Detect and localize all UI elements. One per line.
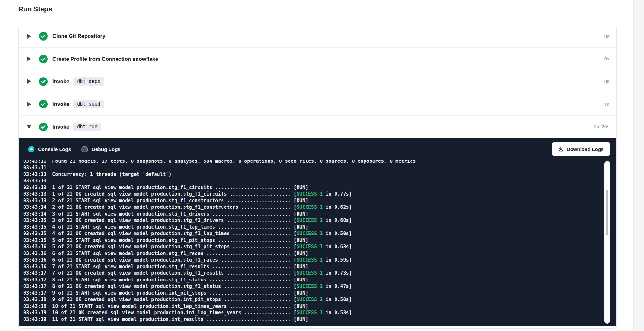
step-duration: 1s bbox=[604, 102, 609, 107]
log-timestamp: 03:43:15 bbox=[23, 217, 52, 223]
success-check-icon bbox=[39, 123, 48, 131]
log-timestamp: 03:43:18 bbox=[23, 303, 52, 309]
console-scrollbar-track[interactable] bbox=[604, 161, 610, 324]
log-message: 7 of 21 START sql view model production.… bbox=[52, 264, 308, 270]
log-message: 2 of 21 START sql view model production.… bbox=[52, 198, 308, 204]
radio-unselected-icon[interactable] bbox=[81, 146, 88, 152]
log-line: 03:43:13 Concurrency: 1 threads (target=… bbox=[23, 171, 616, 178]
log-timestamp: 03:43:16 bbox=[23, 251, 52, 256]
log-line: 03:43:19 10 of 21 OK created sql view mo… bbox=[23, 309, 616, 316]
log-success-status: SUCCESS 1 bbox=[297, 217, 323, 223]
log-line: 03:43:13 1 of 21 START sql view model pr… bbox=[23, 184, 616, 191]
download-icon bbox=[558, 146, 564, 152]
log-line: 03:43:17 9 of 21 START sql view model pr… bbox=[23, 290, 616, 297]
page-scrollbar-gutter bbox=[633, 0, 644, 331]
log-line: 03:43:16 7 of 21 START sql view model pr… bbox=[23, 263, 616, 270]
page-title: Run Steps bbox=[18, 5, 52, 13]
console-scrollbar-thumb[interactable] bbox=[606, 190, 608, 235]
step-row-invoke-dbt-seed[interactable]: Invoke dbt seed 1s bbox=[19, 93, 616, 115]
log-line: 03:43:17 8 of 21 OK created sql view mod… bbox=[23, 283, 616, 290]
console-log-output[interactable]: 03:43:11 Found 21 models, 17 tests, 0 sn… bbox=[19, 160, 616, 326]
log-timestamp: 03:43:17 bbox=[23, 270, 52, 276]
chevron-right-icon[interactable] bbox=[27, 57, 31, 61]
log-message: 9 of 21 OK created sql view model produc… bbox=[52, 297, 297, 302]
log-message-tail: in 0.47s] bbox=[323, 283, 352, 289]
log-timestamp: 03:43:13 bbox=[23, 178, 46, 184]
log-line: 03:43:13 2 of 21 START sql view model pr… bbox=[23, 198, 616, 204]
chevron-down-icon[interactable] bbox=[27, 125, 31, 129]
log-timestamp: 03:43:19 bbox=[23, 317, 52, 322]
log-message: 6 of 21 OK created sql view model produc… bbox=[52, 257, 297, 263]
log-message: 2 of 21 OK created sql view model produc… bbox=[52, 204, 297, 210]
chevron-right-icon[interactable] bbox=[27, 34, 31, 39]
log-timestamp: 03:43:13 bbox=[23, 191, 52, 197]
log-line: 03:43:18 10 of 21 START sql view model p… bbox=[23, 303, 616, 310]
radio-selected-icon[interactable] bbox=[28, 146, 34, 152]
console-header: Console Logs Debug Logs Download Logs bbox=[19, 138, 616, 160]
success-check-icon bbox=[39, 32, 48, 41]
console-logs-radio[interactable]: Console Logs bbox=[28, 146, 71, 152]
run-steps-card: Clone Git Repository 0s Create Profile f… bbox=[18, 25, 617, 329]
log-timestamp: 03:43:13 bbox=[23, 185, 52, 190]
log-message-tail: in 0.77s] bbox=[323, 191, 352, 197]
step-row-invoke-dbt-run[interactable]: Invoke dbt run 2m 26s bbox=[19, 116, 616, 138]
log-message: 3 of 21 OK created sql view model produc… bbox=[52, 217, 297, 223]
log-message-tail: in 0.53s] bbox=[323, 310, 352, 316]
log-success-status: SUCCESS 1 bbox=[297, 310, 323, 316]
log-message: Concurrency: 1 threads (target='default'… bbox=[52, 171, 171, 177]
log-success-status: SUCCESS 1 bbox=[297, 283, 323, 289]
log-message-tail: in 0.60s] bbox=[323, 217, 352, 223]
step-label: Invoke bbox=[52, 78, 69, 85]
success-check-icon bbox=[39, 77, 48, 86]
log-message-tail: in 0.59s] bbox=[323, 257, 352, 263]
log-line: 03:43:19 11 of 21 START sql view model p… bbox=[23, 316, 616, 323]
step-label: Invoke bbox=[52, 101, 69, 107]
log-message: 3 of 21 START sql view model production.… bbox=[52, 211, 308, 217]
chevron-right-icon[interactable] bbox=[27, 79, 31, 84]
log-timestamp: 03:43:17 bbox=[23, 283, 52, 289]
step-duration: 2m 26s bbox=[594, 124, 609, 129]
log-message: 1 of 21 START sql view model production.… bbox=[52, 185, 308, 190]
log-message-tail: in 0.73s] bbox=[323, 270, 352, 276]
step-row-invoke-dbt-deps[interactable]: Invoke dbt deps 0s bbox=[19, 70, 616, 93]
log-success-status: SUCCESS 1 bbox=[297, 270, 323, 276]
log-message: 8 of 21 OK created sql view model produc… bbox=[52, 283, 297, 289]
console-log-panel: Console Logs Debug Logs Download Logs 03… bbox=[19, 138, 616, 326]
step-row-create-profile[interactable]: Create Profile from Connection snowflake… bbox=[19, 48, 616, 70]
command-chip: dbt run bbox=[73, 123, 101, 131]
step-duration: 0s bbox=[604, 79, 609, 84]
log-line: 03:43:13 1 of 21 OK created sql view mod… bbox=[23, 191, 616, 198]
log-line: 03:43:15 3 of 21 OK created sql view mod… bbox=[23, 217, 616, 224]
log-message: 6 of 21 START sql view model production.… bbox=[52, 251, 308, 256]
log-success-status: SUCCESS 1 bbox=[297, 244, 323, 250]
step-label: Create Profile from Connection snowflake bbox=[52, 56, 158, 62]
log-message-tail: in 0.62s] bbox=[323, 204, 352, 210]
log-timestamp: 03:43:16 bbox=[23, 264, 52, 270]
log-timestamp: 03:43:13 bbox=[23, 171, 52, 177]
log-line: 03:43:15 5 of 21 START sql view model pr… bbox=[23, 237, 616, 244]
log-success-status: SUCCESS 1 bbox=[297, 231, 323, 236]
log-line: 03:43:15 4 of 21 START sql view model pr… bbox=[23, 224, 616, 231]
log-message-tail: in 0.50s] bbox=[323, 231, 352, 236]
log-line: 03:43:17 8 of 21 START sql view model pr… bbox=[23, 277, 616, 283]
log-line: 03:43:14 3 of 21 START sql view model pr… bbox=[23, 211, 616, 217]
log-timestamp: 03:43:17 bbox=[23, 277, 52, 283]
log-message-tail: in 0.50s] bbox=[323, 297, 352, 302]
log-timestamp: 03:43:15 bbox=[23, 224, 52, 230]
log-timestamp: 03:43:16 bbox=[23, 257, 52, 263]
console-logs-label: Console Logs bbox=[38, 146, 71, 152]
log-timestamp: 03:43:11 bbox=[23, 160, 52, 164]
step-label: Clone Git Repository bbox=[52, 33, 105, 39]
log-message: 5 of 21 OK created sql view model produc… bbox=[52, 244, 297, 250]
chevron-right-icon[interactable] bbox=[27, 102, 31, 106]
log-message: 10 of 21 START sql view model production… bbox=[52, 303, 308, 309]
step-row-clone-git-repository[interactable]: Clone Git Repository 0s bbox=[19, 25, 616, 48]
debug-logs-radio[interactable]: Debug Logs bbox=[81, 146, 120, 152]
log-line: 03:43:18 9 of 21 OK created sql view mod… bbox=[23, 296, 616, 303]
log-timestamp: 03:43:11 bbox=[23, 165, 46, 170]
log-timestamp: 03:43:13 bbox=[23, 198, 52, 204]
log-timestamp: 03:43:15 bbox=[23, 231, 52, 236]
log-success-status: SUCCESS 1 bbox=[297, 257, 323, 263]
download-logs-button[interactable]: Download Logs bbox=[552, 142, 610, 156]
step-duration: 0s bbox=[604, 34, 609, 39]
